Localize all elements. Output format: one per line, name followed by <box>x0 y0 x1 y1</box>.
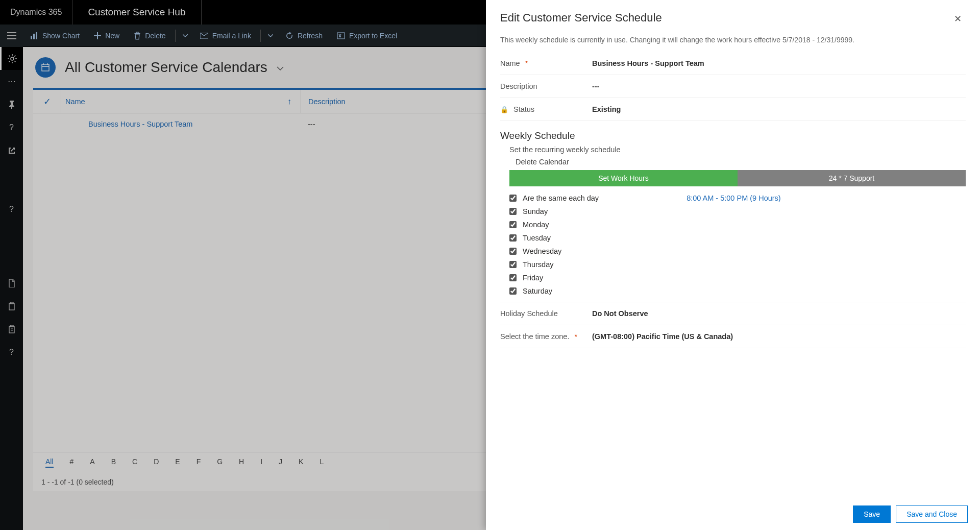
field-holiday-value[interactable]: Do Not Observe <box>592 309 966 318</box>
checkbox-monday[interactable] <box>509 221 517 228</box>
alpha-item[interactable]: # <box>70 457 74 468</box>
panel-note: This weekly schedule is currently in use… <box>500 36 966 44</box>
checkbox-saturday[interactable] <box>509 287 517 295</box>
close-icon[interactable]: ✕ <box>950 11 966 27</box>
chart-icon <box>30 32 38 40</box>
check-label: Are the same each day <box>523 194 599 202</box>
row-name[interactable]: Business Hours - Support Team <box>61 120 301 128</box>
alpha-item[interactable]: E <box>175 457 180 468</box>
hamburger-icon[interactable] <box>0 25 23 47</box>
alpha-all[interactable]: All <box>45 457 54 468</box>
alpha-item[interactable]: A <box>90 457 94 468</box>
sort-ascending-icon: ↑ <box>287 97 291 106</box>
alpha-item[interactable]: L <box>320 457 324 468</box>
checkbox-wednesday[interactable] <box>509 248 517 255</box>
check-label: Saturday <box>523 287 552 295</box>
tab-247-support[interactable]: 24 * 7 Support <box>738 170 966 186</box>
alpha-item[interactable]: G <box>217 457 223 468</box>
checkbox-same-each-day[interactable] <box>509 195 517 202</box>
save-button[interactable]: Save <box>853 505 891 523</box>
brand-label[interactable]: Dynamics 365 <box>0 8 72 17</box>
check-saturday: Saturday <box>509 284 966 298</box>
alpha-item[interactable]: C <box>132 457 137 468</box>
field-desc-value[interactable]: --- <box>592 82 966 90</box>
alpha-item[interactable]: K <box>299 457 303 468</box>
alpha-item[interactable]: F <box>197 457 201 468</box>
field-description: Description --- <box>500 75 966 98</box>
panel-title: Edit Customer Service Schedule <box>500 11 662 25</box>
check-label: Monday <box>523 221 549 229</box>
left-rail: ⋯ ? ? ? <box>0 25 23 530</box>
label-text: Name <box>500 59 520 67</box>
calendar-icon <box>35 57 56 78</box>
checkbox-friday[interactable] <box>509 274 517 281</box>
field-status-label: 🔒 Status <box>500 105 592 113</box>
nav-item-flow[interactable] <box>0 139 23 162</box>
delete-calendar-link[interactable]: Delete Calendar <box>500 158 966 166</box>
svg-rect-9 <box>337 33 345 39</box>
nav-item-help-2[interactable]: ? <box>0 198 23 221</box>
work-hours-link[interactable]: 8:00 AM - 5:00 PM (9 Hours) <box>687 194 781 202</box>
cmd-delete-label: Delete <box>145 32 165 40</box>
nav-item-more[interactable]: ⋯ <box>0 70 23 93</box>
schedule-tabs: Set Work Hours 24 * 7 Support <box>509 170 966 186</box>
field-name: Name * Business Hours - Support Team <box>500 52 966 75</box>
tab-set-work-hours[interactable]: Set Work Hours <box>509 170 738 186</box>
field-status-value: Existing <box>592 105 966 113</box>
cmd-export[interactable]: Export to Excel <box>330 25 404 47</box>
cmd-email-chevron[interactable] <box>263 25 278 47</box>
panel-body: This weekly schedule is currently in use… <box>486 31 980 498</box>
alpha-item[interactable]: J <box>279 457 282 468</box>
days-checklist: Are the same each day 8:00 AM - 5:00 PM … <box>500 191 966 298</box>
column-name[interactable]: Name ↑ <box>61 90 301 113</box>
field-holiday-label: Holiday Schedule <box>500 309 592 318</box>
field-tz-value[interactable]: (GMT-08:00) Pacific Time (US & Canada) <box>592 332 966 341</box>
chevron-down-icon <box>277 66 284 70</box>
alpha-item[interactable]: I <box>260 457 262 468</box>
svg-rect-5 <box>31 36 32 39</box>
nav-item-help-1[interactable]: ? <box>0 116 23 139</box>
cmd-separator <box>260 30 261 42</box>
alpha-item[interactable]: H <box>239 457 244 468</box>
check-monday: Monday <box>509 218 966 231</box>
svg-point-0 <box>11 57 14 60</box>
excel-icon <box>337 32 345 40</box>
check-label: Friday <box>523 274 543 282</box>
cmd-delete-chevron[interactable] <box>178 25 193 47</box>
nav-item-pin[interactable] <box>0 93 23 116</box>
cmd-show-chart[interactable]: Show Chart <box>23 25 87 47</box>
app-name-label[interactable]: Customer Service Hub <box>72 7 201 18</box>
plus-icon <box>94 32 101 39</box>
field-tz-label: Select the time zone. * <box>500 332 592 341</box>
trash-icon <box>134 32 141 40</box>
field-timezone: Select the time zone. * (GMT-08:00) Paci… <box>500 325 966 348</box>
check-label: Sunday <box>523 207 548 215</box>
nav-item-help-3[interactable]: ? <box>0 341 23 364</box>
cmd-show-chart-label: Show Chart <box>42 32 80 40</box>
nav-item-settings[interactable] <box>0 47 23 70</box>
cmd-email-link[interactable]: Email a Link <box>193 25 258 47</box>
check-tuesday: Tuesday <box>509 231 966 245</box>
nav-item-clipboard-2[interactable] <box>0 318 23 341</box>
view-selector-chevron[interactable] <box>277 62 284 73</box>
page-title: All Customer Service Calendars <box>65 59 267 76</box>
alpha-item[interactable]: D <box>154 457 159 468</box>
cmd-refresh[interactable]: Refresh <box>278 25 330 47</box>
select-all-column[interactable]: ✓ <box>33 96 61 107</box>
chevron-down-icon <box>268 34 273 37</box>
field-name-value[interactable]: Business Hours - Support Team <box>592 59 966 67</box>
required-indicator: * <box>574 332 577 341</box>
check-friday: Friday <box>509 271 966 284</box>
save-and-close-button[interactable]: Save and Close <box>896 505 968 523</box>
label-text: Status <box>513 105 534 113</box>
checkbox-thursday[interactable] <box>509 261 517 268</box>
cmd-new[interactable]: New <box>87 25 127 47</box>
alpha-item[interactable]: B <box>111 457 116 468</box>
checkbox-sunday[interactable] <box>509 208 517 215</box>
cmd-delete[interactable]: Delete <box>127 25 173 47</box>
nav-item-clipboard-1[interactable] <box>0 295 23 318</box>
cmd-separator <box>175 30 176 42</box>
svg-rect-10 <box>42 64 49 71</box>
checkbox-tuesday[interactable] <box>509 234 517 242</box>
nav-item-doc[interactable] <box>0 272 23 295</box>
